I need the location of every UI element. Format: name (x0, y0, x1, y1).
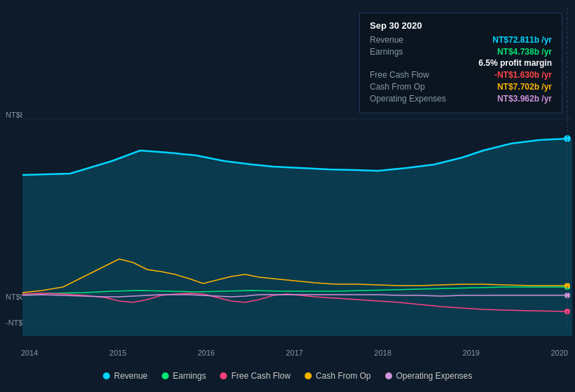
tooltip-cashop-row: Cash From Op NT$7.702b /yr (370, 82, 552, 92)
x-label-2016: 2016 (198, 349, 214, 357)
legend-dot-opex (385, 372, 392, 379)
x-label-2020: 2020 (550, 349, 567, 357)
tooltip-profit-margin: 6.5% profit margin (370, 58, 552, 68)
tooltip-date: Sep 30 2020 (370, 20, 552, 31)
legend-dot-fcf (220, 372, 227, 379)
x-label-2014: 2014 (21, 349, 38, 357)
tooltip-fcf-row: Free Cash Flow -NT$1.630b /yr (370, 70, 552, 80)
x-axis: 2014 2015 2016 2017 2018 2019 2020 (21, 349, 568, 357)
legend-label-opex: Operating Expenses (396, 371, 473, 381)
legend-label-fcf: Free Cash Flow (231, 371, 291, 381)
legend-item-cashop[interactable]: Cash From Op (305, 371, 371, 381)
tooltip-opex-label: Operating Expenses (370, 94, 454, 104)
x-label-2018: 2018 (374, 349, 391, 357)
legend-item-opex[interactable]: Operating Expenses (385, 371, 473, 381)
tooltip-box: Sep 30 2020 Revenue NT$72.811b /yr Earni… (359, 13, 562, 113)
legend-item-revenue[interactable]: Revenue (103, 371, 148, 381)
x-label-2017: 2017 (286, 349, 303, 357)
legend-label-earnings: Earnings (173, 371, 206, 381)
legend-dot-cashop (305, 372, 312, 379)
legend-label-cashop: Cash From Op (316, 371, 371, 381)
tooltip-earnings-row: Earnings NT$4.738b /yr (370, 47, 552, 57)
legend-item-earnings[interactable]: Earnings (162, 371, 206, 381)
legend-dot-earnings (162, 372, 169, 379)
tooltip-fcf-label: Free Cash Flow (370, 70, 454, 80)
tooltip-revenue-value: NT$72.811b /yr (492, 35, 552, 45)
tooltip-fcf-value: -NT$1.630b /yr (494, 70, 552, 80)
tooltip-cashop-value: NT$7.702b /yr (497, 82, 552, 92)
tooltip-cashop-label: Cash From Op (370, 82, 454, 92)
legend-dot-revenue (103, 372, 110, 379)
legend-item-fcf[interactable]: Free Cash Flow (220, 371, 291, 381)
tooltip-revenue-row: Revenue NT$72.811b /yr (370, 35, 552, 45)
tooltip-opex-row: Operating Expenses NT$3.962b /yr (370, 94, 552, 104)
tooltip-opex-value: NT$3.962b /yr (497, 94, 552, 104)
x-label-2019: 2019 (462, 349, 479, 357)
x-label-2015: 2015 (109, 349, 126, 357)
tooltip-revenue-label: Revenue (370, 35, 454, 45)
tooltip-earnings-value: NT$4.738b /yr (497, 47, 552, 57)
tooltip-earnings-label: Earnings (370, 47, 454, 57)
legend-label-revenue: Revenue (114, 371, 148, 381)
chart-legend: Revenue Earnings Free Cash Flow Cash Fro… (0, 365, 575, 386)
